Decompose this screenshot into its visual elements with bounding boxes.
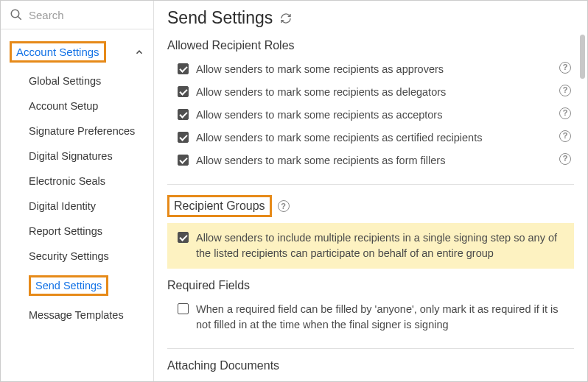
option-label: Allow senders to mark some recipients as… [196, 85, 552, 100]
option-label: Allow senders to mark some recipients as… [196, 130, 552, 146]
nav-item-signature-preferences[interactable]: Signature Preferences [15, 119, 153, 144]
divider [167, 348, 574, 349]
nav-item-account-setup[interactable]: Account Setup [15, 93, 153, 119]
nav-item-digital-identity[interactable]: Digital Identity [15, 194, 153, 219]
refresh-icon[interactable] [280, 13, 292, 24]
nav-item-report-settings[interactable]: Report Settings [15, 219, 153, 244]
nav-item-security-settings[interactable]: Security Settings [15, 244, 153, 269]
option-label: Allow senders to mark some recipients as… [196, 107, 552, 123]
section-title-attaching-documents: Attaching Documents [167, 359, 574, 372]
divider [167, 184, 574, 185]
help-icon[interactable]: ? [559, 85, 571, 96]
checkbox-recipient-groups[interactable] [178, 232, 189, 243]
help-icon[interactable]: ? [559, 130, 571, 142]
nav-item-message-templates[interactable]: Message Templates [15, 303, 153, 328]
search-icon [10, 8, 23, 21]
svg-line-1 [18, 16, 21, 20]
page-title-row: Send Settings [167, 8, 574, 28]
scrollbar-thumb[interactable] [580, 35, 585, 79]
checkbox-acceptors[interactable] [178, 109, 189, 120]
nav-item-global-settings[interactable]: Global Settings [15, 68, 153, 93]
help-icon[interactable]: ? [559, 107, 571, 119]
nav-header-account-settings[interactable]: Account Settings [1, 35, 153, 68]
checkbox-certified[interactable] [178, 132, 189, 143]
page-title: Send Settings [167, 8, 273, 28]
option-label: Allow senders to include multiple recipi… [196, 230, 571, 261]
search-row [1, 1, 153, 29]
checkbox-form-fillers[interactable] [178, 155, 189, 166]
nav-item-electronic-seals[interactable]: Electronic Seals [15, 169, 153, 194]
checkbox-approvers[interactable] [178, 63, 189, 74]
option-required-fields: When a required field can be filled by '… [167, 298, 574, 336]
search-input[interactable] [29, 9, 144, 21]
help-icon[interactable]: ? [559, 153, 571, 165]
option-certified: Allow senders to mark some recipients as… [167, 127, 574, 149]
option-label: Allow senders to mark some recipients as… [196, 62, 552, 77]
option-form-fillers: Allow senders to mark some recipients as… [167, 149, 574, 172]
option-acceptors: Allow senders to mark some recipients as… [167, 104, 574, 127]
option-delegators: Allow senders to mark some recipients as… [167, 81, 574, 104]
section-title-recipient-groups: Recipient Groups ? [167, 195, 574, 217]
nav-header-label: Account Settings [10, 41, 106, 63]
option-approvers: Allow senders to mark some recipients as… [167, 58, 574, 81]
section-desc-attaching: Please choose at least one way to attach… [167, 378, 574, 381]
nav-section: Account Settings Global Settings Account… [1, 29, 153, 328]
option-label: Allow senders to mark some recipients as… [196, 153, 552, 169]
help-icon[interactable]: ? [559, 62, 571, 74]
checkbox-delegators[interactable] [178, 86, 189, 97]
checkbox-required-fields[interactable] [178, 303, 189, 314]
chevron-up-icon [134, 47, 144, 57]
nav-item-digital-signatures[interactable]: Digital Signatures [15, 144, 153, 169]
option-recipient-groups: Allow senders to include multiple recipi… [167, 223, 574, 269]
svg-point-0 [11, 10, 19, 18]
nav-items: Global Settings Account Setup Signature … [1, 68, 153, 328]
option-label: When a required field can be filled by '… [196, 302, 571, 333]
nav-item-send-settings[interactable]: Send Settings [15, 269, 153, 303]
main-content: Send Settings Allowed Recipient Roles Al… [154, 1, 587, 381]
help-icon[interactable]: ? [278, 200, 290, 212]
sidebar: Account Settings Global Settings Account… [1, 1, 154, 381]
section-title-required-fields: Required Fields [167, 279, 574, 292]
section-title-allowed-roles: Allowed Recipient Roles [167, 39, 574, 52]
